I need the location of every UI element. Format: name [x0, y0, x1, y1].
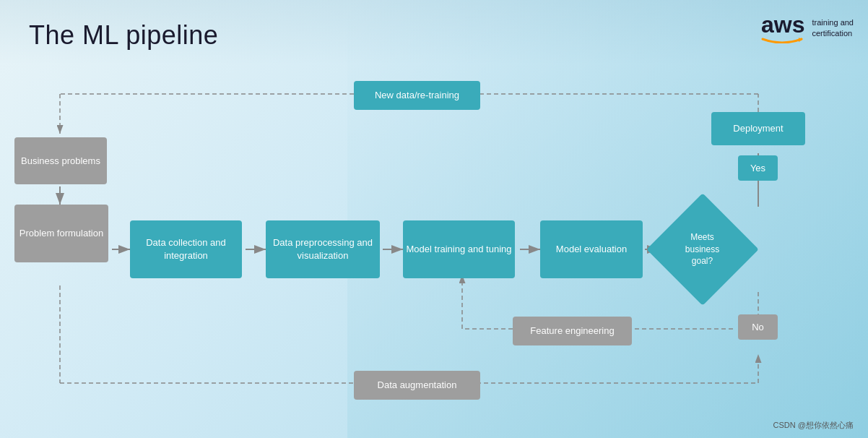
model-evaluation-box: Model evaluation — [540, 220, 643, 278]
footer-note: CSDN @想你依然心痛 — [773, 420, 854, 431]
meets-goal-text: Meets business goal? — [674, 231, 732, 267]
no-box: No — [738, 314, 778, 340]
aws-smile-icon — [761, 36, 803, 43]
deployment-box: Deployment — [711, 112, 805, 145]
meets-goal-diamond: Meets business goal? — [657, 206, 747, 293]
aws-logo: aws training and certification — [761, 13, 854, 43]
aws-badge: aws — [761, 13, 804, 43]
data-augmentation-box: Data augmentation — [354, 371, 480, 400]
data-collection-box: Data collection and integration — [130, 220, 242, 278]
aws-text: aws — [761, 13, 804, 36]
problem-formulation-box: Problem formulation — [14, 205, 108, 262]
yes-box: Yes — [738, 155, 778, 181]
slide: The ML pipeline aws training and certifi… — [0, 0, 868, 438]
model-training-box: Model training and tuning — [403, 220, 515, 278]
feature-engineering-box: Feature engineering — [513, 317, 632, 345]
aws-tagline: training and certification — [812, 17, 854, 40]
data-preprocessing-box: Data preprocessing and visualization — [266, 220, 380, 278]
page-title: The ML pipeline — [29, 20, 218, 51]
business-problems-box: Business problems — [14, 137, 107, 184]
new-data-box: New data/re-training — [354, 81, 480, 110]
